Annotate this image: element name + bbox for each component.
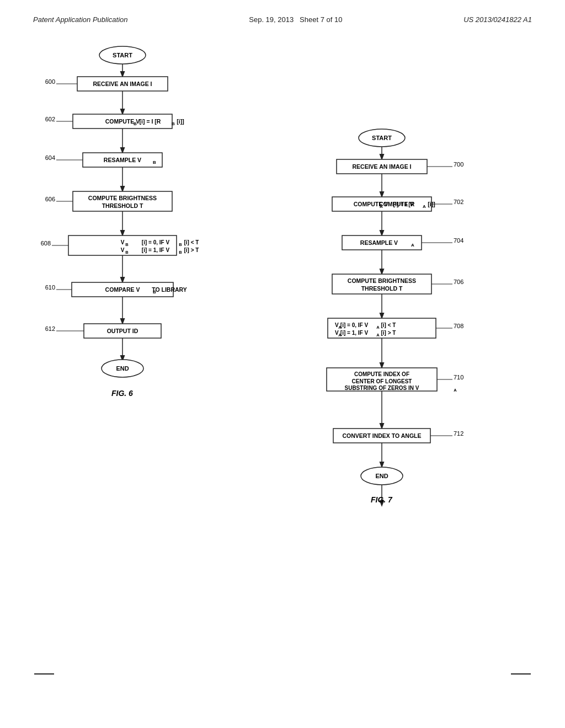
svg-text:600: 600 xyxy=(45,78,55,85)
svg-text:THRESHOLD T: THRESHOLD T xyxy=(102,202,143,209)
svg-text:710: 710 xyxy=(454,374,463,381)
svg-text:[i] > T: [i] > T xyxy=(184,247,199,253)
header-date: Sep. 19, 2013 xyxy=(249,15,294,24)
svg-text:START: START xyxy=(113,52,132,58)
svg-text:TO LIBRARY: TO LIBRARY xyxy=(152,286,187,293)
svg-text:706: 706 xyxy=(454,279,463,285)
fig7-label: FIG. 7 xyxy=(371,495,393,504)
svg-text:712: 712 xyxy=(454,430,463,437)
svg-text:[i] = 1, IF V: [i] = 1, IF V xyxy=(142,247,170,253)
svg-text:B: B xyxy=(172,121,175,126)
svg-text:[i] < T: [i] < T xyxy=(184,239,199,245)
svg-text:[i] = I [R: [i] = I [R xyxy=(140,118,161,125)
svg-text:SUBSTRING OF ZEROS IN V: SUBSTRING OF ZEROS IN V xyxy=(344,385,419,391)
svg-text:RECEIVE AN IMAGE I: RECEIVE AN IMAGE I xyxy=(93,81,152,87)
svg-text:COMPUTE BRIGHTNESS: COMPUTE BRIGHTNESS xyxy=(88,195,157,201)
header-center: Sep. 19, 2013 Sheet 7 of 10 xyxy=(249,15,342,24)
header: Patent Application Publication Sep. 19, … xyxy=(0,0,565,29)
svg-text:[i] = 0, IF V: [i] = 0, IF V xyxy=(142,239,170,245)
flowchart-svg: START RECEIVE AN IMAGE I COMPUTE V B [i]… xyxy=(18,29,547,691)
svg-text:COMPARE V: COMPARE V xyxy=(105,286,140,293)
svg-text:602: 602 xyxy=(45,116,55,122)
svg-text:610: 610 xyxy=(45,284,55,291)
svg-text:606: 606 xyxy=(45,196,55,202)
svg-text:702: 702 xyxy=(454,199,463,205)
svg-text:A: A xyxy=(423,204,426,209)
svg-text:CONVERT INDEX TO ANGLE: CONVERT INDEX TO ANGLE xyxy=(343,432,422,439)
svg-text:B: B xyxy=(125,250,129,255)
svg-text:RECEIVE AN IMAGE I: RECEIVE AN IMAGE I xyxy=(353,163,412,170)
svg-text:604: 604 xyxy=(45,154,55,161)
footer-line-right xyxy=(511,673,531,675)
svg-text:A: A xyxy=(376,325,380,330)
svg-text:[i]]: [i]] xyxy=(177,118,184,125)
svg-text:RESAMPLE V: RESAMPLE V xyxy=(360,239,398,246)
svg-text:B: B xyxy=(134,121,137,126)
svg-text:[i] < T: [i] < T xyxy=(381,322,396,328)
diagrams-wrapper: START RECEIVE AN IMAGE I COMPUTE V B [i]… xyxy=(18,29,547,691)
svg-text:RESAMPLE V: RESAMPLE V xyxy=(104,157,141,163)
svg-text:COMPUTE BRIGHTNESS: COMPUTE BRIGHTNESS xyxy=(348,277,416,284)
svg-text:608: 608 xyxy=(41,240,51,247)
svg-text:700: 700 xyxy=(454,161,463,168)
svg-text:CENTER OF LONGEST: CENTER OF LONGEST xyxy=(352,378,412,384)
svg-text:END: END xyxy=(375,473,388,479)
svg-text:OUTPUT ID: OUTPUT ID xyxy=(107,328,138,334)
svg-text:B: B xyxy=(179,250,182,255)
svg-text:V: V xyxy=(121,247,125,253)
svg-text:A: A xyxy=(454,388,457,393)
svg-text:A: A xyxy=(380,204,383,209)
svg-text:START: START xyxy=(372,135,392,141)
svg-text:END: END xyxy=(116,365,129,372)
svg-text:A: A xyxy=(376,333,380,338)
footer-line-left xyxy=(34,673,54,675)
svg-text:COMPUTE INDEX OF: COMPUTE INDEX OF xyxy=(354,371,409,377)
svg-text:704: 704 xyxy=(454,237,463,244)
svg-text:B: B xyxy=(179,242,182,247)
svg-text:[i] = 1, IF V: [i] = 1, IF V xyxy=(340,330,369,336)
svg-text:B: B xyxy=(153,160,156,165)
svg-text:THRESHOLD T: THRESHOLD T xyxy=(361,285,403,292)
svg-text:V: V xyxy=(121,239,125,245)
header-left: Patent Application Publication xyxy=(33,15,128,24)
svg-text:612: 612 xyxy=(45,325,55,332)
svg-text:708: 708 xyxy=(454,323,463,329)
svg-text:B: B xyxy=(125,242,129,247)
svg-text:A: A xyxy=(411,243,414,248)
header-right: US 2013/0241822 A1 xyxy=(463,15,532,24)
header-sheet: Sheet 7 of 10 xyxy=(300,15,342,24)
fig6-label: FIG. 6 xyxy=(111,389,133,398)
svg-text:[i] > T: [i] > T xyxy=(381,330,396,336)
svg-text:[i] = I [R: [i] = I [R xyxy=(393,201,415,207)
svg-text:[i] = 0, IF V: [i] = 0, IF V xyxy=(340,322,369,328)
